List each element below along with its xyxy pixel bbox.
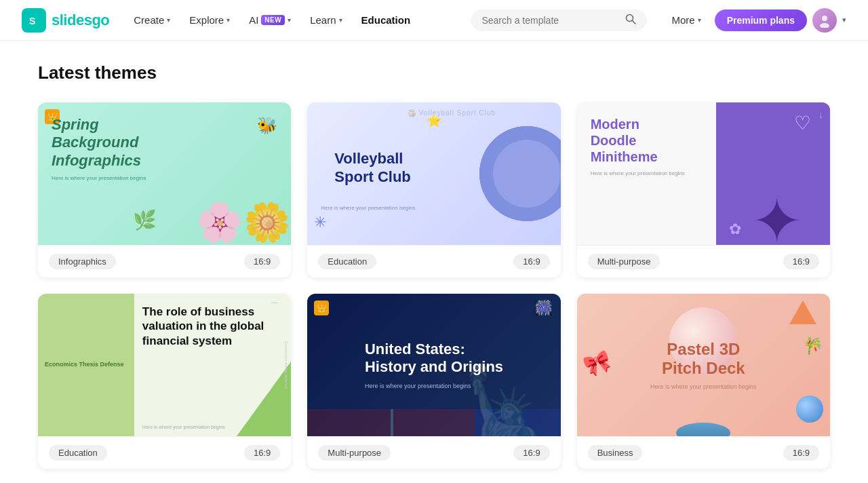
download-icon: ↓ <box>818 109 823 120</box>
usa-content-area: United States:History and Origins Here i… <box>351 322 517 409</box>
nav-links: Create ▾ Explore ▾ AI NEW ▾ Learn ▾ Educ… <box>125 10 454 30</box>
main-content: Latest themes 👑 SpringBackgroundInfograp… <box>0 41 868 483</box>
explore-chevron-icon: ▾ <box>226 16 230 24</box>
nav-create[interactable]: Create ▾ <box>125 10 178 30</box>
economics-subtitle: Here is where your presentation begins <box>142 425 225 429</box>
spring-ratio: 16:9 <box>244 254 280 269</box>
nav-education[interactable]: Education <box>353 10 419 30</box>
usa-footer: Multi-purpose 16:9 <box>307 436 560 469</box>
avatar-chevron-icon[interactable]: ▾ <box>842 16 846 24</box>
doodle-title: ModernDoodleMinitheme <box>591 116 711 165</box>
nav-more[interactable]: More ▾ <box>663 10 709 30</box>
card-volleyball[interactable]: 🏐 Volleyball Sport Club VolleyballSport … <box>307 102 560 277</box>
svg-point-7 <box>493 140 561 208</box>
search-bar <box>471 9 647 31</box>
volleyball-circle-image <box>479 126 561 221</box>
ball-blue-shape <box>796 395 823 423</box>
volleyball-title: VolleyballSport Club <box>321 136 439 199</box>
pastel-tag[interactable]: Business <box>588 445 643 461</box>
fireworks-icon: 🎆 <box>534 299 553 317</box>
avatar[interactable] <box>812 8 837 33</box>
spring-subtitle: Here is where your presentation begins <box>52 175 277 181</box>
cylinder-shape <box>676 423 730 436</box>
card-usa[interactable]: 👑 🎆 United States:History and Origins He… <box>307 294 560 469</box>
learn-chevron-icon: ▾ <box>339 16 342 24</box>
side-label-area: Economics thesis defense <box>281 294 291 436</box>
nav-right: More ▾ Premium plans ▾ <box>663 8 846 33</box>
svg-point-5 <box>820 23 829 28</box>
triangle-top-shape <box>789 301 816 324</box>
logo-text: slidesgo <box>52 12 109 29</box>
bee-icon: 🐝 <box>257 116 277 135</box>
card-spring-image: 👑 SpringBackgroundInfographics Here is w… <box>38 102 291 245</box>
economics-ratio: 16:9 <box>244 445 280 461</box>
usa-subtitle: Here is where your presentation begins <box>365 383 503 389</box>
search-input[interactable] <box>481 15 620 26</box>
card-volleyball-image: 🏐 Volleyball Sport Club VolleyballSport … <box>307 102 560 245</box>
doodle-tag[interactable]: Multi-purpose <box>588 254 660 269</box>
ribbon-right-icon: 🎋 <box>803 336 823 355</box>
nav-learn[interactable]: Learn ▾ <box>302 10 350 30</box>
pastel-content-area: Pastel 3DPitch Deck Here is where your p… <box>650 340 757 390</box>
premium-plans-button[interactable]: Premium plans <box>715 9 807 31</box>
card-economics[interactable]: Economics Thesis Defense The role of bus… <box>38 294 291 469</box>
economics-label: Economics Thesis Defense <box>45 361 127 369</box>
logo-icon: S <box>22 8 46 33</box>
doodle-left-area: ModernDoodleMinitheme Here is where your… <box>577 102 724 245</box>
volleyball-ratio: 16:9 <box>513 254 549 269</box>
volleyball-footer: Education 16:9 <box>307 245 560 277</box>
section-title: Latest themes <box>38 62 830 83</box>
doodle-star-icon: ✦ <box>751 191 802 245</box>
leaf-icon: 🌿 <box>133 209 157 231</box>
spring-footer: Infographics 16:9 <box>38 245 291 277</box>
economics-tag[interactable]: Education <box>49 445 107 461</box>
nav-explore[interactable]: Explore ▾ <box>181 10 238 30</box>
flower-icon: 🌸🌼 <box>196 200 291 245</box>
card-economics-image: Economics Thesis Defense The role of bus… <box>38 294 291 436</box>
doodle-subtitle: Here is where your presentation begins <box>591 170 711 176</box>
economics-footer: Education 16:9 <box>38 436 291 469</box>
doodle-ratio: 16:9 <box>783 254 819 269</box>
nav-ai[interactable]: AI NEW ▾ <box>241 10 299 30</box>
more-chevron-icon: ▾ <box>698 16 701 24</box>
svg-line-3 <box>633 20 636 24</box>
usa-ratio: 16:9 <box>513 445 549 461</box>
svg-point-4 <box>822 16 827 21</box>
spring-tag[interactable]: Infographics <box>49 254 116 269</box>
economics-left-area: Economics Thesis Defense <box>38 294 134 436</box>
card-pastel-image: 🎀 🎋 Pastel 3DPitch Deck Here is where yo… <box>577 294 830 436</box>
ribbon-left-icon: 🎀 <box>580 347 614 380</box>
card-spring[interactable]: 👑 SpringBackgroundInfographics Here is w… <box>38 102 291 277</box>
card-pastel[interactable]: 🎀 🎋 Pastel 3DPitch Deck Here is where yo… <box>577 294 830 469</box>
pastel-ratio: 16:9 <box>783 445 819 461</box>
search-button[interactable] <box>625 14 636 27</box>
volleyball-inner: VolleyballSport Club Here is where your … <box>307 102 560 245</box>
logo[interactable]: S slidesgo <box>22 8 109 33</box>
volleyball-subtitle: Here is where your presentation begins <box>321 205 439 211</box>
crown-badge-usa: 👑 <box>314 301 329 315</box>
card-doodle[interactable]: ModernDoodleMinitheme Here is where your… <box>577 102 830 277</box>
usa-tag[interactable]: Multi-purpose <box>318 445 391 461</box>
doodle-heart-icon: ♡ <box>794 112 811 134</box>
card-doodle-image: ModernDoodleMinitheme Here is where your… <box>577 102 830 245</box>
usa-title: United States:History and Origins <box>365 341 503 376</box>
pastel-subtitle: Here is where your presentation begins <box>650 383 757 390</box>
card-usa-image: 👑 🎆 United States:History and Origins He… <box>307 294 560 436</box>
side-label-text: Economics thesis defense <box>284 341 288 389</box>
doodle-footer: Multi-purpose 16:9 <box>577 245 830 277</box>
create-chevron-icon: ▾ <box>167 16 170 24</box>
page-number: — <box>271 299 277 306</box>
ai-chevron-icon: ▾ <box>288 16 291 24</box>
navbar: S slidesgo Create ▾ Explore ▾ AI NEW ▾ L… <box>0 0 868 41</box>
themes-grid: 👑 SpringBackgroundInfographics Here is w… <box>38 102 830 469</box>
economics-right-area: The role of business valuation in the gl… <box>134 294 291 436</box>
pastel-footer: Business 16:9 <box>577 436 830 469</box>
ai-new-badge: NEW <box>261 15 285 25</box>
pastel-title: Pastel 3DPitch Deck <box>650 340 757 378</box>
doodle-flower-icon: ✿ <box>729 220 741 238</box>
spring-title: SpringBackgroundInfographics <box>52 116 277 170</box>
doodle-right-area: ✦ ♡ ✿ <box>724 102 830 245</box>
volleyball-text-area: VolleyballSport Club Here is where your … <box>307 123 446 225</box>
volleyball-tag[interactable]: Education <box>318 254 376 269</box>
economics-title: The role of business valuation in the gl… <box>142 305 283 348</box>
